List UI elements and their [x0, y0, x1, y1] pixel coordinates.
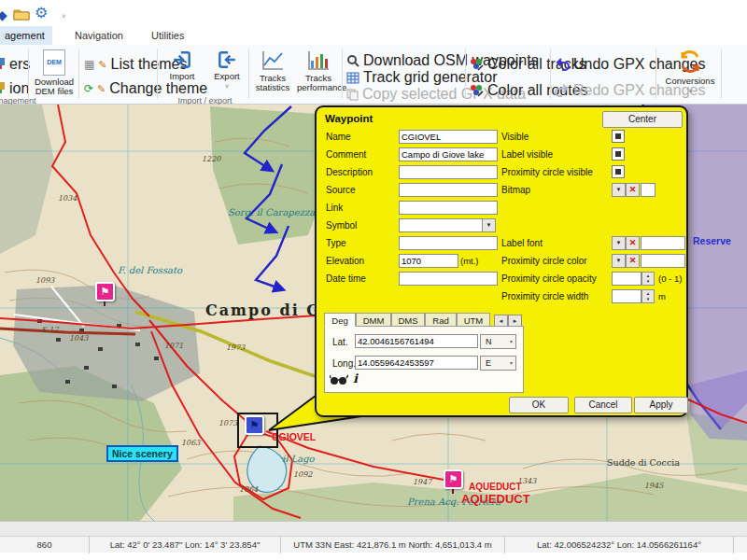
- elevation-label: 1220: [202, 155, 220, 163]
- long-hemisphere-combo[interactable]: E▾: [480, 356, 516, 371]
- apply-button[interactable]: Apply: [634, 397, 688, 413]
- cut-icon-1: [0, 58, 6, 71]
- app-icon[interactable]: ◆: [0, 7, 7, 22]
- cancel-button[interactable]: Cancel: [574, 397, 632, 413]
- app-window: ◆ ⚙ ˅ agement Navigation Utilities ers i…: [0, 0, 747, 560]
- description-field[interactable]: [399, 165, 498, 179]
- glasses-icon[interactable]: [330, 374, 348, 386]
- comment-field[interactable]: [399, 147, 498, 161]
- tab-deg[interactable]: Deg: [324, 313, 356, 327]
- label-font-delete-x-icon[interactable]: ✕: [626, 236, 640, 250]
- lat-hemisphere-combo[interactable]: N▾: [480, 334, 516, 349]
- conversions-button[interactable]: Conversions˅: [661, 49, 719, 95]
- symbol-combo[interactable]: [399, 218, 485, 232]
- import-icon: [172, 49, 192, 70]
- info-icon[interactable]: i: [353, 371, 358, 385]
- folder-icon[interactable]: [13, 7, 30, 23]
- proximity-visible-checkbox[interactable]: [612, 165, 625, 178]
- proximity-color-dropdown-icon[interactable]: ▼: [612, 254, 626, 268]
- visible-checkbox[interactable]: [612, 130, 625, 143]
- pencil-icon: ✎: [97, 83, 106, 95]
- bitmap-preview-box: [641, 183, 655, 197]
- tab-dmm[interactable]: DMM: [356, 313, 391, 327]
- tab-rad[interactable]: Rad: [425, 313, 457, 327]
- proximity-opacity-spinner-icon[interactable]: ▴▾: [641, 272, 655, 286]
- center-button[interactable]: Center: [602, 111, 683, 128]
- proximity-opacity-range: (0 - 1): [658, 273, 682, 284]
- label-visible-label: Label visible: [501, 149, 553, 160]
- elevation-label: 1073: [218, 419, 237, 427]
- elevation-label: 1973: [226, 343, 245, 352]
- type-field[interactable]: [399, 236, 498, 250]
- lat-label: Lat.: [332, 337, 348, 347]
- map-tooltip: Nice scenery: [106, 445, 178, 462]
- datetime-field[interactable]: [399, 272, 498, 286]
- cutoff-button-1[interactable]: ers: [0, 56, 30, 73]
- ribbon: ers ion anagement DEM Download DEM files…: [0, 45, 747, 105]
- proximity-color-preview: [641, 254, 685, 268]
- place-label: Sudde di Coccia: [607, 457, 680, 468]
- waypoint-dialog: Waypoint Center Name Comment Description…: [315, 105, 688, 417]
- tab-navigation[interactable]: Navigation: [65, 26, 133, 45]
- pencil-icon: ✎: [98, 59, 106, 71]
- long-field[interactable]: [355, 356, 478, 370]
- label-visible-checkbox[interactable]: [612, 147, 625, 161]
- undo-icon: [555, 58, 570, 71]
- quickaccess-more-icon[interactable]: ˅: [62, 9, 66, 24]
- waypoint-label-aqueduct-2[interactable]: AQUEDUCT: [461, 492, 530, 506]
- type-label: Type: [326, 238, 346, 248]
- conversions-icon: [677, 49, 703, 75]
- coordinates-body: Lat. N▾ Long. E▾ i: [324, 326, 524, 393]
- elevation-field[interactable]: [399, 254, 458, 268]
- export-icon: [217, 49, 237, 70]
- spring-label-2: Sorg. il Carapezza: [228, 207, 315, 217]
- lat-field[interactable]: [355, 334, 478, 348]
- symbol-dropdown-icon[interactable]: ▼: [482, 218, 496, 232]
- proximity-width-field[interactable]: [612, 289, 641, 303]
- status-utm: UTM 33N East: 421,876.1 m North: 4,651,0…: [281, 537, 505, 553]
- proximity-visible-label: Proximity circle visible: [501, 167, 593, 177]
- elevation-label: 1092: [293, 470, 312, 479]
- dialog-title: Waypoint: [325, 113, 373, 124]
- tab-utm[interactable]: UTM: [457, 313, 490, 327]
- name-field[interactable]: [399, 130, 498, 144]
- color-tracks-icon: [470, 58, 484, 71]
- label-font-preview: [641, 236, 685, 250]
- tab-utilities[interactable]: Utilities: [142, 26, 193, 45]
- proximity-color-delete-x-icon[interactable]: ✕: [626, 254, 640, 268]
- waypoint-flag-icon[interactable]: ⚑: [95, 282, 115, 301]
- statusbar: 860 Lat: 42° 0' 23.487" Lon: 14° 3' 23.8…: [0, 536, 747, 553]
- proximity-width-spinner-icon[interactable]: ▴▾: [641, 289, 655, 303]
- cutoff-button-2[interactable]: ion: [0, 80, 29, 97]
- label-font-dropdown-icon[interactable]: ▼: [612, 236, 626, 250]
- bitmap-delete-x-icon[interactable]: ✕: [626, 183, 640, 197]
- magnifier-icon: [346, 54, 359, 67]
- proximity-width-label: Proximity circle width: [501, 291, 588, 301]
- link-field[interactable]: [399, 201, 498, 215]
- tab-management[interactable]: agement: [0, 26, 52, 45]
- elevation-label: 1034: [58, 194, 77, 203]
- waypoint-flag-icon[interactable]: ⚑: [444, 469, 463, 489]
- name-label: Name: [326, 132, 351, 142]
- change-theme-icon: ⟳: [84, 82, 93, 95]
- tracks-performance-button[interactable]: Tracks performance: [297, 49, 340, 92]
- redo-icon: [555, 84, 570, 97]
- import-button[interactable]: Import˅: [162, 49, 202, 91]
- visible-label: Visible: [501, 132, 529, 142]
- proximity-opacity-field[interactable]: [612, 272, 641, 286]
- waypoint-label-aqueduct[interactable]: AQUEDUCT: [469, 482, 522, 492]
- status-altitude: 860: [0, 537, 90, 553]
- bitmap-dropdown-icon[interactable]: ▼: [612, 183, 626, 197]
- export-button[interactable]: Export˅: [207, 49, 247, 91]
- source-field[interactable]: [399, 183, 498, 197]
- coordinates-panel: Deg DMM DMS Rad UTM ◂ ▸ Lat. N▾ Long. E▾…: [324, 313, 524, 393]
- bottom-spacer: [0, 521, 747, 536]
- gear-icon[interactable]: ⚙: [35, 6, 48, 21]
- symbol-label: Symbol: [326, 220, 357, 231]
- lake-label: il Lago: [282, 454, 315, 464]
- tab-dms[interactable]: DMS: [391, 313, 425, 327]
- ok-button[interactable]: OK: [509, 397, 569, 413]
- tracks-statistics-button[interactable]: Tracks statistics: [252, 49, 293, 92]
- elevation-label: 1947: [413, 478, 431, 486]
- download-dem-button[interactable]: DEM Download DEM files: [32, 49, 77, 96]
